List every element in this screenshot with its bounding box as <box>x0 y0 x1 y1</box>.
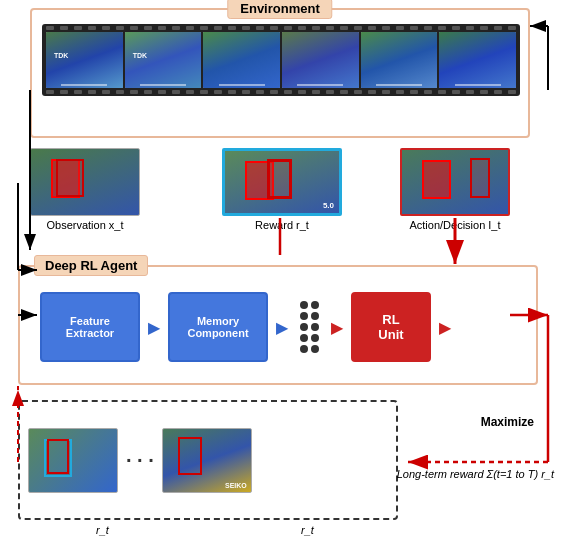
feature-extractor-box: Feature Extractor <box>40 292 140 362</box>
dot <box>300 345 308 353</box>
reward-time: 5.0 <box>323 201 334 210</box>
film-hole <box>438 90 446 94</box>
agent-box: Deep RL Agent Feature Extractor ▶ Memory… <box>18 265 538 385</box>
film-hole <box>60 90 68 94</box>
film-hole <box>256 26 264 30</box>
film-hole <box>46 26 54 30</box>
film-hole <box>186 90 194 94</box>
dots-separator: · · · <box>126 449 154 472</box>
tdk-logo: TDK <box>133 52 147 59</box>
film-hole <box>200 26 208 30</box>
memory-component-label: Memory Component <box>187 315 248 339</box>
film-hole <box>256 90 264 94</box>
replay-image-2: SEIKO <box>162 428 252 493</box>
film-frame-5 <box>361 32 438 88</box>
film-hole <box>368 26 376 30</box>
observation-label: Observation x_t <box>46 219 123 231</box>
film-frame-3 <box>203 32 280 88</box>
film-hole <box>354 26 362 30</box>
film-hole <box>186 26 194 30</box>
film-hole <box>480 26 488 30</box>
film-hole <box>452 26 460 30</box>
film-hole <box>396 26 404 30</box>
film-hole <box>46 90 54 94</box>
dot <box>311 323 319 331</box>
reward-box <box>267 159 292 199</box>
film-hole <box>130 26 138 30</box>
film-hole <box>438 26 446 30</box>
film-hole <box>368 90 376 94</box>
frame-track <box>203 32 280 88</box>
film-hole <box>508 26 516 30</box>
feature-extractor-label: Feature Extractor <box>66 315 114 339</box>
frame-track: TDK <box>125 32 202 88</box>
film-hole <box>410 90 418 94</box>
arrow-fe-to-mc: ▶ <box>148 318 160 337</box>
dot <box>300 323 308 331</box>
arrow-mc-to-dots: ▶ <box>276 318 288 337</box>
film-hole <box>424 26 432 30</box>
film-hole <box>88 26 96 30</box>
seiko-label: SEIKO <box>225 482 247 489</box>
film-hole <box>270 90 278 94</box>
film-hole <box>88 90 96 94</box>
film-hole <box>144 26 152 30</box>
replay-red-box-2 <box>178 437 202 475</box>
maximize-label: Maximize <box>481 415 534 429</box>
frame-track <box>361 32 438 88</box>
reward-item: 5.0 Reward r_t <box>222 148 342 231</box>
film-hole <box>214 26 222 30</box>
film-frame-6 <box>439 32 516 88</box>
dots-grid <box>300 301 319 353</box>
reward-label: Reward r_t <box>255 219 309 231</box>
film-hole <box>298 26 306 30</box>
film-strip: TDK TDK <box>42 24 520 96</box>
dot <box>311 312 319 320</box>
film-hole <box>382 26 390 30</box>
film-hole <box>312 26 320 30</box>
film-hole <box>242 26 250 30</box>
memory-component-box: Memory Component <box>168 292 268 362</box>
film-hole <box>270 26 278 30</box>
arrow-dots-to-rl: ▶ <box>331 318 343 337</box>
film-hole <box>172 26 180 30</box>
film-hole <box>116 26 124 30</box>
film-hole <box>228 26 236 30</box>
film-hole <box>396 90 404 94</box>
film-hole <box>340 90 348 94</box>
film-hole <box>382 90 390 94</box>
film-hole <box>466 26 474 30</box>
arrow-rl-out: ▶ <box>439 318 451 337</box>
replay-label-1: r_t <box>96 524 109 536</box>
film-hole <box>172 90 180 94</box>
film-hole <box>60 26 68 30</box>
film-hole <box>130 90 138 94</box>
tdk-logo: TDK <box>54 52 68 59</box>
film-hole <box>284 26 292 30</box>
film-hole <box>326 90 334 94</box>
film-hole <box>424 90 432 94</box>
film-hole <box>410 26 418 30</box>
film-holes-bottom <box>42 88 520 96</box>
action-image <box>400 148 510 216</box>
film-hole <box>74 90 82 94</box>
film-hole <box>284 90 292 94</box>
film-frames: TDK TDK <box>46 32 516 88</box>
action-box <box>470 158 490 198</box>
film-holes-top <box>42 24 520 32</box>
film-hole <box>200 90 208 94</box>
film-hole <box>494 26 502 30</box>
dot <box>311 334 319 342</box>
frame-track <box>439 32 516 88</box>
film-hole <box>466 90 474 94</box>
agent-components: Feature Extractor ▶ Memory Component ▶ <box>40 287 516 367</box>
agent-label: Deep RL Agent <box>34 255 148 276</box>
action-item: Action/Decision I_t <box>400 148 510 231</box>
film-hole <box>144 90 152 94</box>
replay-label-2: r_t <box>301 524 314 536</box>
replay-red-box-1 <box>47 439 69 474</box>
dot <box>311 345 319 353</box>
action-label: Action/Decision I_t <box>409 219 500 231</box>
dot <box>300 312 308 320</box>
longterm-reward-label: Long-term reward Σ(t=1 to T) r_t <box>397 468 554 480</box>
